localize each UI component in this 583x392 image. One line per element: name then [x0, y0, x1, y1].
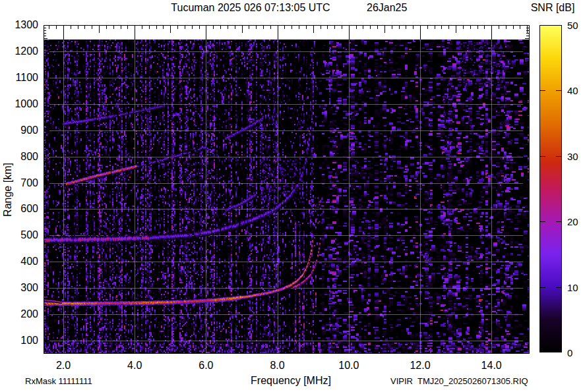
x-tick-label: 4.0	[127, 360, 142, 372]
x-tick-label: 10.0	[338, 360, 359, 372]
colorbar-gradient	[539, 25, 562, 352]
y-tick-label: 1300	[0, 19, 38, 31]
rx-mask-text: RxMask 11111111	[25, 376, 92, 386]
y-tick-label: 500	[0, 229, 38, 241]
y-tick-label: 300	[0, 282, 38, 294]
colorbar-tick-label: 10	[567, 281, 578, 293]
x-tick-label: 8.0	[270, 360, 284, 372]
y-tick-label: 900	[0, 125, 38, 136]
colorbar-tick-mark	[556, 90, 561, 91]
y-tick-label: 800	[0, 151, 38, 163]
y-tick-label: 600	[0, 203, 38, 215]
ionogram-app: Tucuman 2025 026 07:13:05 UTC 26Jan25 SN…	[0, 0, 583, 392]
x-axis-label: Frequency [MHz]	[251, 375, 331, 387]
colorbar-tick-mark	[540, 221, 545, 222]
colorbar-tick-label: 50	[567, 20, 578, 31]
y-tick-label: 700	[0, 177, 38, 189]
plot-date: 26Jan25	[367, 2, 407, 14]
x-tick-label: 14.0	[481, 360, 502, 372]
colorbar-tick-mark	[556, 156, 561, 157]
page-title: Tucuman 2025 026 07:13:05 UTC	[171, 2, 330, 14]
x-tick-label: 2.0	[56, 360, 71, 372]
colorbar-tick-label: 0	[567, 347, 572, 358]
y-tick-label: 1100	[0, 72, 38, 84]
colorbar-tick-mark	[540, 90, 545, 91]
file-reference-text: VIPIR TMJ20_2025026071305.RIQ	[390, 376, 528, 386]
ionogram-heatmap	[44, 25, 530, 354]
y-tick-label: 1200	[0, 45, 38, 57]
y-tick-label: 200	[0, 308, 38, 320]
colorbar-tick-label: 30	[567, 150, 578, 161]
colorbar-tick-label: 20	[567, 216, 578, 227]
y-tick-label: 100	[0, 335, 38, 347]
x-tick-label: 6.0	[199, 360, 213, 372]
y-tick-label: 400	[0, 256, 38, 267]
y-tick-label: 1000	[0, 98, 38, 110]
colorbar-title: SNR [dB]	[531, 2, 575, 14]
colorbar-tick-mark	[540, 287, 545, 288]
colorbar-tick-mark	[556, 221, 561, 222]
colorbar-tick-mark	[540, 156, 545, 157]
colorbar-tick-mark	[556, 287, 561, 288]
x-tick-label: 12.0	[410, 360, 430, 372]
colorbar-tick-label: 40	[567, 85, 578, 96]
